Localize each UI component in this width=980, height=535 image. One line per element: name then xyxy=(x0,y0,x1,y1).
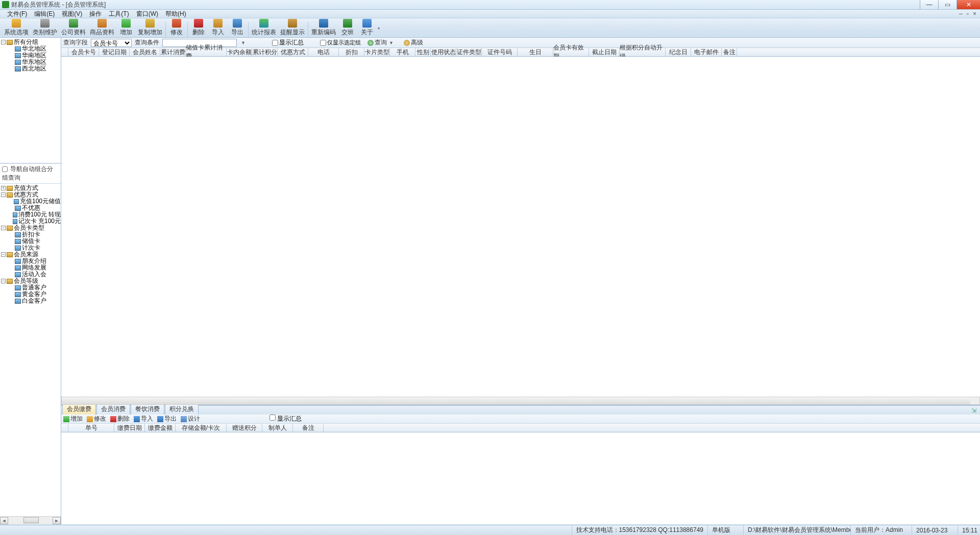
scroll-right-button[interactable]: ► xyxy=(53,517,61,524)
col-电话[interactable]: 电话 xyxy=(308,48,339,56)
col-累计消费[interactable]: 累计消费 xyxy=(160,48,186,56)
col-会员卡有效期[interactable]: 会员卡有效期 xyxy=(553,48,589,56)
detail-增加-button[interactable]: 增加 xyxy=(63,415,83,423)
col-备注[interactable]: 备注 xyxy=(722,48,737,56)
grid-scroll-thumb[interactable] xyxy=(62,397,970,404)
col-会员姓名[interactable]: 会员姓名 xyxy=(130,48,160,56)
detail-col-赠送积分[interactable]: 赠送积分 xyxy=(227,424,262,432)
col-证件号码[interactable]: 证件号码 xyxy=(482,48,518,56)
tab-积分兑换[interactable]: 积分兑换 xyxy=(165,403,199,415)
mdi-close-button[interactable]: × xyxy=(971,10,978,17)
scroll-track[interactable] xyxy=(8,517,53,524)
toolbar-删除[interactable]: 删除 xyxy=(189,19,208,37)
toolbar-类别维护[interactable]: 类别维护 xyxy=(31,19,59,37)
collapse-icon[interactable]: − xyxy=(1,40,6,44)
toolbar-修改[interactable]: 修改 xyxy=(167,19,186,37)
toolbar-导出[interactable]: 导出 xyxy=(228,19,247,37)
toolbar-复制增加[interactable]: 复制增加 xyxy=(136,19,164,37)
col-登记日期[interactable]: 登记日期 xyxy=(99,48,130,56)
col-卡片类型[interactable]: 卡片类型 xyxy=(364,48,390,56)
detail-grid-body[interactable] xyxy=(61,432,980,524)
col-累计积分[interactable]: 累计积分 xyxy=(252,48,278,56)
col-折扣[interactable]: 折扣 xyxy=(339,48,364,56)
menu-文件f[interactable]: 文件(F) xyxy=(4,9,30,19)
toolbar-提醒显示[interactable]: 提醒显示 xyxy=(278,19,307,37)
col-使用状态[interactable]: 使用状态 xyxy=(431,48,456,56)
tab-会员消费[interactable]: 会员消费 xyxy=(96,403,130,415)
menu-视图v[interactable]: 视图(V) xyxy=(59,9,85,19)
menu-编辑e[interactable]: 编辑(E) xyxy=(31,9,58,19)
detail-删除-button[interactable]: 删除 xyxy=(110,415,130,423)
only-selected-checkbox[interactable]: 仅显示选定组 xyxy=(320,40,361,46)
toolbar-系统选项[interactable]: 系统选项 xyxy=(2,19,31,37)
close-button[interactable]: ✕ xyxy=(957,0,980,9)
toolbar-重新编码[interactable]: 重新编码 xyxy=(309,19,338,37)
show-summary-checkbox[interactable]: 显示汇总 xyxy=(272,38,304,47)
col-储值卡累计消费[interactable]: 储值卡累计消费 xyxy=(186,48,227,56)
detail-col-单号[interactable]: 单号 xyxy=(68,424,114,432)
search-field-select[interactable]: 会员卡号 xyxy=(91,39,132,47)
mdi-minimize-button[interactable]: – xyxy=(958,10,964,17)
toolbar-导入[interactable]: 导入 xyxy=(208,19,228,37)
tab-餐饮消费[interactable]: 餐饮消费 xyxy=(131,403,164,415)
detail-导出-button[interactable]: 导出 xyxy=(157,415,177,423)
toolbar-overflow-icon[interactable]: ▾ xyxy=(377,19,381,37)
col-截止日期[interactable]: 截止日期 xyxy=(589,48,620,56)
col-纪念日[interactable]: 纪念日 xyxy=(666,48,691,56)
toolbar-增加[interactable]: 增加 xyxy=(116,19,136,37)
detail-修改-button[interactable]: 修改 xyxy=(87,415,106,423)
detail-col-缴费金额[interactable]: 缴费金额 xyxy=(145,424,176,432)
detail-col-制单人[interactable]: 制单人 xyxy=(262,424,293,432)
col-卡内余额[interactable]: 卡内余额 xyxy=(227,48,252,56)
mdi-restore-button[interactable]: ▫ xyxy=(965,10,970,17)
tab-会员缴费[interactable]: 会员缴费 xyxy=(62,403,96,415)
maximize-button[interactable]: ▭ xyxy=(938,0,957,9)
menu-操作[interactable]: 操作 xyxy=(86,9,105,19)
detail-导入-button[interactable]: 导入 xyxy=(134,415,153,423)
main-grid-body[interactable] xyxy=(61,57,980,397)
menu-帮助h[interactable]: 帮助(H) xyxy=(162,9,189,19)
expand-icon[interactable]: ⇲ xyxy=(970,406,978,415)
menu-工具t[interactable]: 工具(T) xyxy=(106,9,132,19)
toggle-icon[interactable]: + xyxy=(1,186,6,190)
scroll-thumb[interactable] xyxy=(23,517,39,523)
col-性别[interactable]: 性别 xyxy=(415,48,431,56)
col-手机[interactable]: 手机 xyxy=(390,48,415,56)
toolbar-统计报表[interactable]: 统计报表 xyxy=(250,19,278,37)
col-生日[interactable]: 生日 xyxy=(518,48,553,56)
detail-row-selector[interactable] xyxy=(61,424,68,432)
col-证件类型[interactable]: 证件类型 xyxy=(456,48,482,56)
col-电子邮件[interactable]: 电子邮件 xyxy=(691,48,722,56)
toggle-icon[interactable]: − xyxy=(1,252,6,257)
main-grid-hscroll[interactable] xyxy=(61,397,980,405)
cond-dropdown-icon[interactable]: ▼ xyxy=(241,40,246,45)
minimize-button[interactable]: — xyxy=(920,0,938,9)
region-tree[interactable]: −所有分组华北地区华南地区华东地区西北地区 xyxy=(0,38,61,163)
toolbar-关于[interactable]: 关于 xyxy=(357,19,377,37)
col-会员卡号[interactable]: 会员卡号 xyxy=(68,48,99,56)
detail-col-缴费日期[interactable]: 缴费日期 xyxy=(114,424,145,432)
toggle-icon[interactable]: − xyxy=(1,192,6,197)
ic-about-icon xyxy=(362,19,372,28)
item-白金客户[interactable]: 白金客户 xyxy=(22,297,46,305)
sidebar-hscroll[interactable]: ◄ ► xyxy=(0,516,61,524)
col-优惠方式[interactable]: 优惠方式 xyxy=(278,48,308,56)
scroll-left-button[interactable]: ◄ xyxy=(0,517,8,524)
col-根据积分自动升级[interactable]: 根据积分自动升级 xyxy=(620,48,666,56)
toolbar-交班[interactable]: 交班 xyxy=(338,19,357,37)
query-button[interactable]: 查询▼ xyxy=(364,38,397,47)
detail-col-存储金额/卡次[interactable]: 存储金额/卡次 xyxy=(176,424,227,432)
toolbar-公司资料[interactable]: 公司资料 xyxy=(59,19,88,37)
category-tree[interactable]: +充值方式−优惠方式充值100元储值不优惠消费100元 转现记次卡 充100元−… xyxy=(0,184,61,516)
menu-窗口w[interactable]: 窗口(W) xyxy=(133,9,161,19)
detail-show-summary-checkbox[interactable]: 显示汇总 xyxy=(270,415,302,423)
nav-group-checkbox[interactable] xyxy=(2,166,8,172)
toggle-icon[interactable]: − xyxy=(1,279,6,283)
row-selector-header[interactable] xyxy=(61,48,68,56)
detail-col-备注[interactable]: 备注 xyxy=(293,424,324,432)
toggle-icon[interactable]: − xyxy=(1,226,6,230)
detail-设计-button[interactable]: 设计 xyxy=(181,415,200,423)
toolbar-商品资料[interactable]: 商品资料 xyxy=(88,19,116,37)
tree-node-西北地区[interactable]: 西北地区 xyxy=(22,64,46,73)
advanced-button[interactable]: 高级 xyxy=(400,38,427,47)
